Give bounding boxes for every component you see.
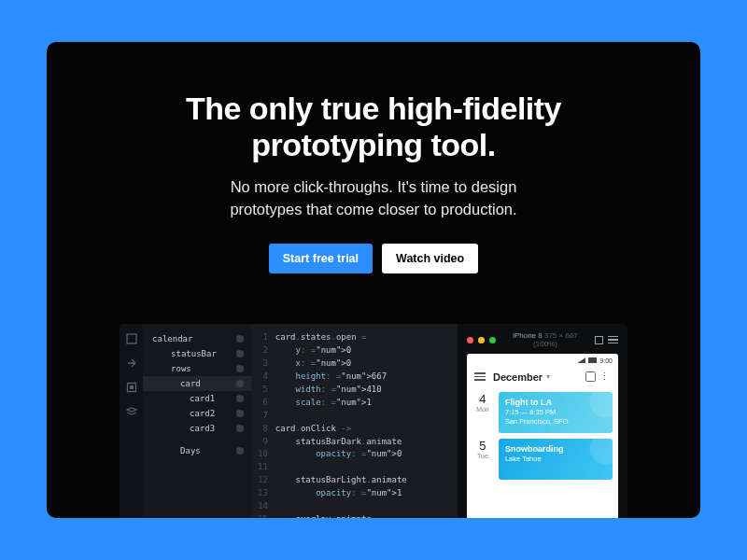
layer-name: Days xyxy=(152,446,201,455)
code-source: card.states.open = y: ="num">0 x: ="num"… xyxy=(275,331,458,518)
event-row[interactable]: 4MonFlight to LA7:15 — 8:35 PMSan Franci… xyxy=(472,392,613,433)
event-card[interactable]: SnowboardingLake Tahoe xyxy=(499,439,613,480)
preview-menu-icon[interactable] xyxy=(608,336,618,344)
tool-column xyxy=(120,324,143,518)
calendar-icon[interactable] xyxy=(585,371,596,382)
headline-line2: prototyping tool. xyxy=(251,127,496,162)
subhead-line2: prototypes that come closer to productio… xyxy=(230,201,516,217)
event-row[interactable]: 5TueSnowboardingLake Tahoe xyxy=(472,439,613,480)
layer-row[interactable]: statusBar xyxy=(143,346,251,361)
subheadline: No more click-throughs. It's time to des… xyxy=(84,176,663,221)
device-label: iPhone 8 375 × 667 (100%) xyxy=(500,331,590,348)
visibility-indicator-icon[interactable] xyxy=(236,425,244,432)
layer-row[interactable]: card xyxy=(143,376,251,391)
layer-name: card3 xyxy=(152,424,215,433)
event-line: San Francisco, SFO xyxy=(505,417,606,426)
event-line: Lake Tahoe xyxy=(505,455,606,463)
layer-name: card xyxy=(152,379,201,388)
selection-tool-icon[interactable] xyxy=(126,333,137,344)
visibility-indicator-icon[interactable] xyxy=(236,380,244,387)
preview-toolbar: iPhone 8 375 × 667 (100%) xyxy=(467,331,618,348)
event-date: 5Tue xyxy=(472,439,493,480)
events-list: 4MonFlight to LA7:15 — 8:35 PMSan Franci… xyxy=(467,392,618,480)
arrow-tool-icon[interactable] xyxy=(126,357,137,369)
layer-name: calendar xyxy=(152,334,192,343)
visibility-indicator-icon[interactable] xyxy=(236,410,244,417)
traffic-max-icon[interactable] xyxy=(489,337,496,343)
chevron-down-icon[interactable]: ▾ xyxy=(546,372,550,381)
phone-statusbar: 9:00 xyxy=(467,354,618,367)
visibility-indicator-icon[interactable] xyxy=(236,395,244,402)
event-date: 4Mon xyxy=(472,392,493,433)
visibility-indicator-icon[interactable] xyxy=(236,447,244,455)
frame-tool-icon[interactable] xyxy=(126,382,137,393)
layer-row[interactable]: calendar xyxy=(143,331,251,346)
signal-icon xyxy=(577,357,585,363)
svg-rect-2 xyxy=(130,385,134,389)
subhead-line1: No more click-throughs. It's time to des… xyxy=(231,178,517,195)
layer-name: rows xyxy=(152,364,191,373)
svg-rect-0 xyxy=(127,334,136,343)
headline: The only true high-fidelity prototyping … xyxy=(84,91,663,163)
traffic-close-icon[interactable] xyxy=(467,337,473,343)
calendar-header: December ▾ ⋮ xyxy=(467,367,618,386)
watch-video-button[interactable]: Watch video xyxy=(382,244,478,273)
month-label[interactable]: December xyxy=(493,371,543,383)
cta-row: Start free trial Watch video xyxy=(84,244,663,273)
layer-row[interactable]: card3 xyxy=(143,421,251,436)
hero-card: The only true high-fidelity prototyping … xyxy=(47,42,700,518)
visibility-indicator-icon[interactable] xyxy=(236,350,244,357)
layers-tool-icon[interactable] xyxy=(126,406,137,417)
layers-panel: calendarstatusBarrowscardcard1card2card3… xyxy=(143,324,251,518)
status-time: 9:00 xyxy=(599,357,613,364)
event-line: 7:15 — 8:35 PM xyxy=(505,408,606,416)
event-card[interactable]: Flight to LA7:15 — 8:35 PMSan Francisco,… xyxy=(499,392,613,433)
start-trial-button[interactable]: Start free trial xyxy=(269,244,373,273)
editor-preview: calendarstatusBarrowscardcard1card2card3… xyxy=(120,324,627,518)
code-editor[interactable]: 12345678910111213141516171819 card.state… xyxy=(251,324,458,518)
hero: The only true high-fidelity prototyping … xyxy=(47,42,700,273)
layer-row[interactable]: Days xyxy=(143,443,251,458)
phone-frame: 9:00 December ▾ ⋮ 4MonFlight to LA7:15 —… xyxy=(467,354,618,518)
headline-line1: The only true high-fidelity xyxy=(186,91,561,126)
layer-name: card2 xyxy=(152,409,215,418)
visibility-indicator-icon[interactable] xyxy=(236,335,244,343)
traffic-min-icon[interactable] xyxy=(478,337,485,343)
line-gutter: 12345678910111213141516171819 xyxy=(255,331,275,518)
device-preview: iPhone 8 375 × 667 (100%) 9:00 December … xyxy=(458,324,627,518)
layer-row[interactable]: card2 xyxy=(143,406,251,421)
layer-row[interactable]: rows xyxy=(143,361,251,376)
fullscreen-icon[interactable] xyxy=(595,336,603,344)
battery-icon xyxy=(588,357,597,363)
layer-name: statusBar xyxy=(152,349,217,358)
visibility-indicator-icon[interactable] xyxy=(236,365,244,372)
layer-name: card1 xyxy=(152,394,215,403)
more-icon[interactable]: ⋮ xyxy=(599,371,611,383)
layer-row[interactable]: card1 xyxy=(143,391,251,406)
hamburger-icon[interactable] xyxy=(474,372,486,381)
